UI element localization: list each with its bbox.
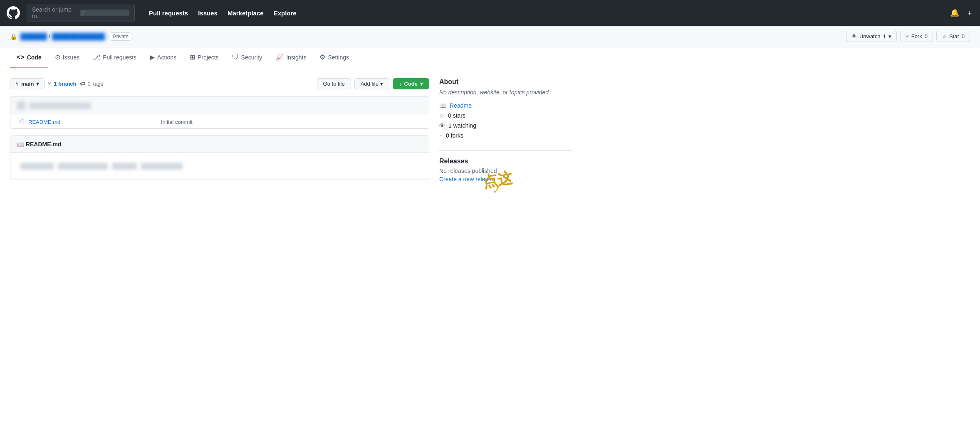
tab-insights[interactable]: 📈 Insights [269,47,313,68]
notifications-button[interactable]: 🔔 [950,8,959,17]
top-navigation: Search or jump to... / Pull requests Iss… [0,0,980,26]
commit-avatar [17,101,25,110]
unwatch-button[interactable]: 👁 Unwatch 1 ▾ [846,31,897,42]
add-file-button[interactable]: Add file ▾ [354,78,389,89]
tab-projects[interactable]: ⊞ Projects [183,47,225,68]
repo-header: 🔒 ██████ / ████████████ Private 👁 Unwatc… [0,26,980,47]
branch-count-link[interactable]: 1 branch [54,81,76,87]
chevron-down-icon: ▾ [888,33,891,39]
search-input[interactable]: Search or jump to... / [27,4,135,22]
header-actions: 🔔 ＋ [950,8,973,18]
create-release-link[interactable]: Create a new release [439,176,495,182]
settings-icon: ⚙ [319,53,325,61]
breadcrumb: ██████ / ████████████ [20,33,105,40]
commit-header: ████████████████ [10,96,429,115]
issues-icon: ⊙ [55,53,60,61]
nav-issues[interactable]: Issues [194,7,222,19]
repo-owner[interactable]: ██████ [20,33,47,40]
nav-explore[interactable]: Explore [270,7,301,19]
code-icon: ↓ [399,81,402,87]
tab-issues[interactable]: ⊙ Issues [48,47,86,68]
search-placeholder: Search or jump to... [32,6,77,20]
right-sidebar: About No description, website, or topics… [439,78,572,182]
table-row: 📄 README.md Initial commit [10,115,429,128]
fork-icon: ⑂ [906,33,909,39]
sidebar-divider [439,150,572,151]
tab-settings[interactable]: ⚙ Settings [313,47,356,68]
code-dropdown-button[interactable]: ↓ Code ▾ [393,78,429,89]
code-icon: <> [17,54,25,61]
branch-icon: ⑂ [15,81,19,87]
watching-count: 1 watching [448,122,476,129]
fork-icon: ⑂ [439,132,443,139]
actions-icon: ▶ [150,53,155,61]
projects-icon: ⊞ [190,53,195,61]
forks-count: 0 forks [446,132,463,139]
search-shortcut: / [80,10,129,16]
file-name-link[interactable]: README.md [28,119,157,125]
star-button[interactable]: ☆ Star 0 [936,31,970,42]
tags-info: 🏷 0 tags [80,81,104,87]
main-content: ⑂ main ▾ ⑂ 1 branch 🏷 0 tags [0,68,582,192]
go-to-file-button[interactable]: Go to file [317,78,351,89]
nav-pull-requests[interactable]: Pull requests [145,7,192,19]
branch-count-icon: ⑂ [48,81,51,87]
eye-icon: 👁 [439,122,445,129]
pull-request-icon: ⎇ [93,53,100,61]
security-icon: 🛡 [232,54,239,61]
lock-icon: 🔒 [10,33,17,40]
fork-button[interactable]: ⑂ Fork 0 [900,31,933,42]
readme-anchor[interactable]: Readme [450,102,472,109]
commit-message: ████████████████ [30,103,91,109]
breadcrumb-separator: / [49,33,50,40]
tab-security[interactable]: 🛡 Security [225,48,269,68]
repo-tabs: <> Code ⊙ Issues ⎇ Pull requests ▶ Actio… [0,47,980,68]
readme-box: 📖 README.md [10,136,429,180]
stars-stat: ☆ 0 stars [439,111,572,121]
insights-icon: 📈 [275,53,284,61]
main-nav: Pull requests Issues Marketplace Explore [145,7,301,19]
github-logo-icon[interactable] [7,6,20,20]
about-section: About No description, website, or topics… [439,78,572,141]
tab-code[interactable]: <> Code [10,48,48,68]
no-releases-text: No releases published [439,168,572,174]
about-links: 📖 Readme ☆ 0 stars 👁 1 watching ⑂ 0 fork… [439,101,572,141]
about-title: About [439,78,572,86]
star-icon: ☆ [942,33,947,39]
stars-count: 0 stars [448,112,465,119]
eye-icon: 👁 [851,33,857,39]
releases-title: Releases [439,158,572,165]
tab-pull-requests[interactable]: ⎇ Pull requests [86,47,143,68]
watching-stat: 👁 1 watching [439,121,572,131]
about-description: No description, website, or topics provi… [439,89,572,96]
nav-marketplace[interactable]: Marketplace [223,7,268,19]
readme-content [20,163,419,170]
tab-actions[interactable]: ▶ Actions [143,47,183,68]
branch-bar: ⑂ main ▾ ⑂ 1 branch 🏷 0 tags [10,78,429,89]
tag-icon: 🏷 [80,81,85,87]
file-table: ████████████████ 📄 README.md Initial com… [10,96,429,129]
repo-name[interactable]: ████████████ [52,33,105,40]
repo-content: ⑂ main ▾ ⑂ 1 branch 🏷 0 tags [10,78,429,182]
chevron-down-icon: ▾ [380,81,383,87]
chevron-down-icon: ▾ [420,81,423,87]
readme-icon: 📖 [17,141,24,148]
branch-actions: Go to file Add file ▾ ↓ Code ▾ [317,78,429,89]
book-icon: 📖 [439,102,446,109]
private-badge: Private [108,32,133,41]
branch-info: ⑂ 1 branch [48,81,76,87]
chevron-down-icon: ▾ [36,81,39,87]
repo-action-buttons: 👁 Unwatch 1 ▾ ⑂ Fork 0 ☆ Star 0 [846,31,970,42]
readme-body [10,153,429,180]
readme-header: 📖 README.md [10,136,429,153]
new-button[interactable]: ＋ [966,8,973,18]
star-icon: ☆ [439,112,445,119]
releases-section: Releases No releases published Create a … [439,158,572,182]
forks-stat: ⑂ 0 forks [439,131,572,141]
file-commit-msg: Initial commit [161,119,418,125]
file-icon: 📄 [17,118,24,125]
branch-selector[interactable]: ⑂ main ▾ [10,78,45,89]
readme-link: 📖 Readme [439,101,572,111]
